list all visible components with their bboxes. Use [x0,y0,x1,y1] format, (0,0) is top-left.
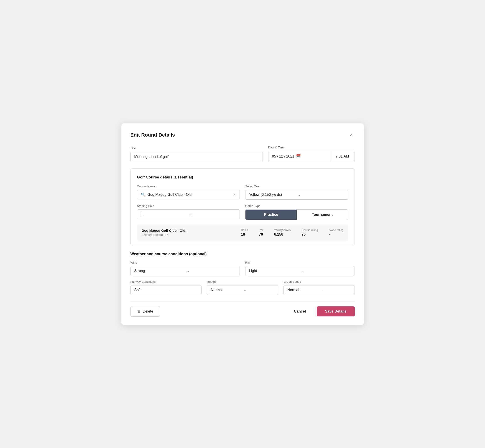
chevron-down-icon: ⌄ [298,192,344,197]
slope-rating-value: - [329,232,330,237]
clear-icon[interactable]: ✕ [233,192,236,197]
fairway-value: Soft [134,288,165,292]
course-name-field-group: Course Name 🔍 ✕ [137,185,240,200]
wind-dropdown[interactable]: Strong ⌄ [130,266,240,276]
date-part[interactable]: 05 / 12 / 2021 📅 [268,151,330,162]
title-input[interactable] [130,152,263,162]
stat-holes: Holes 18 [241,229,248,237]
slope-rating-label: Slope rating [329,229,343,232]
chevron-down-icon-2: ⌄ [189,212,236,216]
golf-course-section: Golf Course details (Essential) Course N… [130,168,355,245]
save-button[interactable]: Save Details [317,306,355,316]
par-value: 70 [259,232,263,237]
golf-course-section-title: Golf Course details (Essential) [137,175,348,180]
course-name-tee-row: Course Name 🔍 ✕ Select Tee Yellow (6,156… [137,185,348,200]
stat-slope-rating: Slope rating - [329,229,343,237]
course-info-location: Shelford Bottom, UK [142,233,241,237]
delete-button[interactable]: 🗑 Delete [130,306,160,317]
par-label: Par [259,229,263,232]
starting-hole-field-group: Starting Hole 1 ⌄ [137,204,240,220]
footer-actions: 🗑 Delete Cancel Save Details [130,301,355,317]
yards-value: 6,156 [274,232,283,237]
game-type-label: Game Type [245,204,348,208]
chevron-down-icon-5: ⌄ [167,288,198,292]
starting-hole-dropdown[interactable]: 1 ⌄ [137,209,240,219]
wind-label: Wind [130,261,240,264]
time-value: 7:31 AM [336,154,349,159]
course-info-box: Gog Magog Golf Club - Old, Shelford Bott… [137,224,348,241]
green-speed-label: Green Speed [283,280,355,283]
fairway-dropdown[interactable]: Soft ⌄ [130,285,202,295]
modal-header: Edit Round Details × [130,132,355,138]
course-name-label: Course Name [137,185,240,188]
chevron-down-icon-4: ⌄ [301,269,351,273]
chevron-down-icon-6: ⌄ [244,288,274,292]
date-time-field-group: Date & Time 05 / 12 / 2021 📅 7:31 AM [268,146,355,162]
rough-field-group: Rough Normal ⌄ [207,280,278,295]
starting-hole-label: Starting Hole [137,204,240,208]
wind-field-group: Wind Strong ⌄ [130,261,240,276]
rough-dropdown[interactable]: Normal ⌄ [207,285,278,295]
rough-value: Normal [211,288,241,292]
green-speed-field-group: Green Speed Normal ⌄ [283,280,355,295]
modal-title: Edit Round Details [130,132,175,138]
top-fields-row: Title Date & Time 05 / 12 / 2021 📅 7:31 … [130,146,355,162]
search-icon: 🔍 [141,192,145,197]
rain-value: Light [249,269,299,273]
calendar-icon: 📅 [296,154,301,159]
delete-label: Delete [143,309,153,313]
cancel-button[interactable]: Cancel [290,306,309,316]
date-value: 05 / 12 / 2021 [272,154,294,159]
weather-section: Weather and course conditions (optional)… [130,252,355,295]
footer-right: Cancel Save Details [290,306,355,316]
game-type-toggle: Practice Tournament [245,209,348,220]
edit-round-modal: Edit Round Details × Title Date & Time 0… [121,123,364,325]
fairway-rough-green-row: Fairway Conditions Soft ⌄ Rough Normal ⌄… [130,280,355,295]
trash-icon: 🗑 [137,309,140,313]
course-info-name: Gog Magog Golf Club - Old, [142,229,241,232]
select-tee-value: Yellow (6,156 yards) [249,192,296,197]
practice-button[interactable]: Practice [245,210,297,220]
title-label: Title [130,146,263,150]
stat-yards: Yards(Yellow) 6,156 [274,229,291,237]
green-speed-value: Normal [287,288,318,292]
weather-section-title: Weather and course conditions (optional) [130,252,355,256]
tournament-button[interactable]: Tournament [297,210,348,220]
wind-value: Strong [134,269,184,273]
close-button[interactable]: × [348,132,355,138]
stat-course-rating: Course rating 70 [301,229,318,237]
rain-field-group: Rain Light ⌄ [245,261,355,276]
fairway-label: Fairway Conditions [130,280,202,283]
wind-rain-row: Wind Strong ⌄ Rain Light ⌄ [130,261,355,276]
chevron-down-icon-7: ⌄ [320,288,351,292]
game-type-field-group: Game Type Practice Tournament [245,204,348,220]
date-time-group: 05 / 12 / 2021 📅 7:31 AM [268,151,355,162]
yards-label: Yards(Yellow) [274,229,291,232]
course-rating-value: 70 [301,232,306,237]
course-info-left: Gog Magog Golf Club - Old, Shelford Bott… [142,229,241,237]
time-part[interactable]: 7:31 AM [330,151,355,162]
select-tee-dropdown[interactable]: Yellow (6,156 yards) ⌄ [245,190,348,200]
course-stats: Holes 18 Par 70 Yards(Yellow) 6,156 Cour… [241,229,343,237]
chevron-down-icon-3: ⌄ [186,269,236,273]
select-tee-label: Select Tee [245,185,348,188]
date-time-label: Date & Time [268,146,355,149]
rain-label: Rain [245,261,355,264]
holes-label: Holes [241,229,248,232]
title-field-group: Title [130,146,263,162]
rain-dropdown[interactable]: Light ⌄ [245,266,355,276]
starting-hole-value: 1 [141,212,187,216]
rough-label: Rough [207,280,278,283]
course-name-input[interactable] [147,192,231,197]
green-speed-dropdown[interactable]: Normal ⌄ [283,285,355,295]
starting-hole-game-type-row: Starting Hole 1 ⌄ Game Type Practice Tou… [137,204,348,220]
fairway-field-group: Fairway Conditions Soft ⌄ [130,280,202,295]
course-name-search-wrap[interactable]: 🔍 ✕ [137,190,240,200]
select-tee-field-group: Select Tee Yellow (6,156 yards) ⌄ [245,185,348,200]
holes-value: 18 [241,232,245,237]
stat-par: Par 70 [259,229,263,237]
course-rating-label: Course rating [301,229,318,232]
